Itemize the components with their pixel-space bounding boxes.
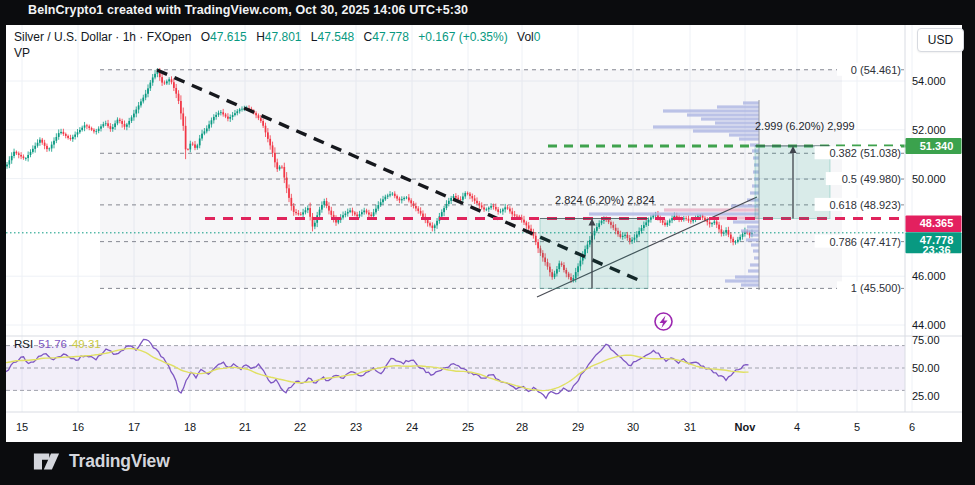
footer-bar: TradingView	[0, 442, 975, 485]
svg-text:22: 22	[294, 421, 306, 433]
tradingview-logo[interactable]: TradingView	[33, 450, 170, 473]
svg-text:0.786 (47.417): 0.786 (47.417)	[829, 236, 901, 248]
svg-text:2.824 (6.20%) 2,824: 2.824 (6.20%) 2,824	[555, 194, 655, 206]
svg-text:23: 23	[350, 421, 362, 433]
svg-text:0.5 (49.980): 0.5 (49.980)	[842, 173, 901, 185]
svg-text:16: 16	[72, 421, 84, 433]
svg-text:0 (54.461): 0 (54.461)	[851, 64, 901, 76]
svg-text:31: 31	[684, 421, 696, 433]
chart-card: 2.824 (6.20%) 2,8242.999 (6.20%) 2,9990 …	[6, 25, 962, 442]
svg-text:54.000: 54.000	[912, 75, 946, 87]
svg-text:15: 15	[16, 421, 28, 433]
svg-text:50.00: 50.00	[912, 362, 940, 374]
svg-text:1 (45.500): 1 (45.500)	[851, 282, 901, 294]
svg-text:4: 4	[794, 421, 800, 433]
svg-text:50.000: 50.000	[912, 173, 946, 185]
svg-text:23:36: 23:36	[922, 244, 950, 256]
svg-text:21: 21	[239, 421, 251, 433]
svg-text:2.999 (6.20%) 2,999: 2.999 (6.20%) 2,999	[755, 120, 855, 132]
svg-text:44.000: 44.000	[912, 319, 946, 331]
svg-text:18: 18	[184, 421, 196, 433]
tradingview-logo-icon	[33, 450, 60, 473]
svg-text:5: 5	[854, 421, 860, 433]
svg-text:6: 6	[909, 421, 915, 433]
svg-text:Nov: Nov	[735, 421, 757, 433]
svg-text:46.000: 46.000	[912, 270, 946, 282]
svg-text:25.00: 25.00	[912, 390, 940, 402]
currency-unit-button[interactable]: USD	[917, 28, 964, 52]
chart-canvas[interactable]: 2.824 (6.20%) 2,8242.999 (6.20%) 2,9990 …	[6, 25, 962, 442]
svg-text:29: 29	[572, 421, 584, 433]
svg-text:0.382 (51.038): 0.382 (51.038)	[829, 147, 901, 159]
svg-text:48.365: 48.365	[920, 217, 954, 229]
svg-text:51.340: 51.340	[920, 140, 954, 152]
svg-text:25: 25	[462, 421, 474, 433]
svg-text:28: 28	[516, 421, 528, 433]
rsi-pane	[6, 339, 905, 398]
svg-text:17: 17	[128, 421, 140, 433]
screenshot-frame: BeInCrypto1 created with TradingView.com…	[0, 0, 975, 485]
svg-text:0.618 (48.923): 0.618 (48.923)	[829, 199, 901, 211]
attribution-text: BeInCrypto1 created with TradingView.com…	[28, 3, 468, 17]
tradingview-logo-text: TradingView	[69, 451, 170, 472]
svg-text:75.00: 75.00	[912, 334, 940, 346]
svg-text:30: 30	[627, 421, 639, 433]
svg-text:24: 24	[406, 421, 418, 433]
svg-text:52.000: 52.000	[912, 124, 946, 136]
